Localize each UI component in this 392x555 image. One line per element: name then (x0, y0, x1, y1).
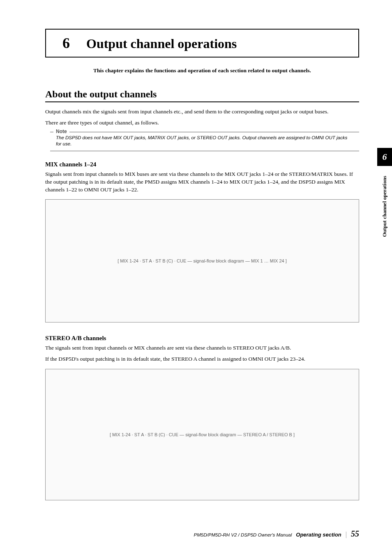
note-text: The DSP5D does not have MIX OUT jacks, M… (56, 135, 353, 147)
note-label: Note (53, 129, 69, 134)
page-footer: PM5D/PM5D-RH V2 / DSP5D Owner's Manual O… (45, 529, 359, 539)
sub2-text2: If the DSP5D's output patching is in its… (45, 355, 359, 363)
note-box: Note The DSP5D does not have MIX OUT jac… (50, 132, 359, 151)
stereo-channels-diagram: [ MIX 1-24 · ST A · ST B (C) · CUE — sig… (45, 369, 359, 500)
section-para2: There are three types of output channel,… (45, 119, 359, 127)
chapter-title: Output channel operations (86, 36, 237, 51)
side-tab-number: 6 (377, 148, 392, 166)
side-tab-label: Output channel operations (381, 174, 388, 239)
footer-manual: PM5D/PM5D-RH V2 / DSP5D Owner's Manual (194, 532, 292, 537)
sub2-heading: STEREO A/B channels (45, 335, 359, 342)
footer-divider: | (346, 531, 347, 538)
chapter-title-box: 6 Output channel operations (45, 29, 359, 58)
footer-page-number: 55 (351, 529, 359, 539)
section-heading: About the output channels (45, 89, 359, 102)
sub1-heading: MIX channels 1–24 (45, 161, 359, 168)
chapter-number: 6 (62, 35, 70, 52)
sub2-text1: The signals sent from input channels or … (45, 344, 359, 352)
diagram2-caption: [ MIX 1-24 · ST A · ST B (C) · CUE — sig… (110, 432, 295, 437)
section-para1: Output channels mix the signals sent fro… (45, 108, 359, 116)
chapter-intro: This chapter explains the functions and … (45, 67, 359, 74)
diagram1-caption: [ MIX 1-24 · ST A · ST B (C) · CUE — sig… (118, 258, 287, 263)
mix-channels-diagram: [ MIX 1-24 · ST A · ST B (C) · CUE — sig… (45, 199, 359, 322)
side-tab: 6 Output channel operations (377, 148, 392, 239)
footer-section: Operating section (296, 532, 341, 538)
sub1-text: Signals sent from input channels to MIX … (45, 170, 359, 194)
